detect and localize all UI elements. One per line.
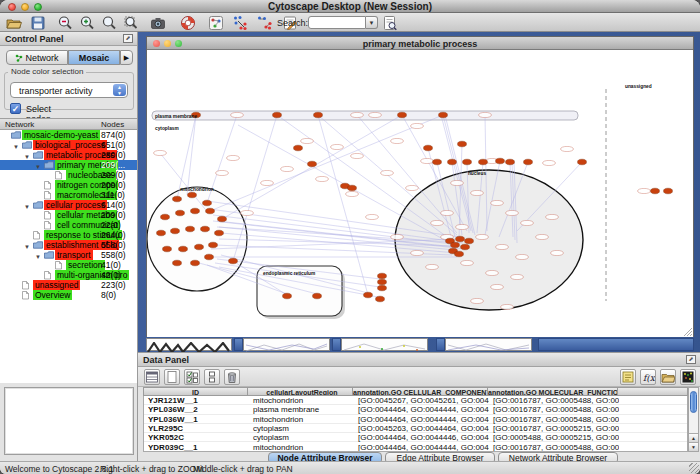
tab-mosaic[interactable]: Mosaic xyxy=(68,50,120,65)
attribute-table[interactable]: YJR121W__1mitochondrion[GO:0045267, GO:0… xyxy=(143,396,688,452)
notes-icon[interactable] xyxy=(620,369,636,385)
node-small[interactable] xyxy=(411,123,424,128)
node[interactable] xyxy=(479,159,488,165)
node[interactable] xyxy=(161,214,170,220)
tree-item-multi-organism-pro[interactable]: multi-organism pro42(0) xyxy=(0,270,137,280)
node[interactable] xyxy=(186,226,195,232)
node[interactable] xyxy=(664,188,673,194)
tree-item-biological-process[interactable]: ▼biological_process651(0) xyxy=(0,140,137,150)
node-small[interactable] xyxy=(241,210,254,215)
node[interactable] xyxy=(313,293,322,299)
background-frame-thumbnail[interactable] xyxy=(341,338,428,351)
node-small[interactable] xyxy=(471,190,484,195)
node-small[interactable] xyxy=(551,250,564,255)
node-small[interactable] xyxy=(491,284,504,289)
node-small[interactable] xyxy=(154,150,167,155)
node[interactable] xyxy=(448,159,457,165)
node-small[interactable] xyxy=(369,112,382,117)
node-small[interactable] xyxy=(227,155,240,160)
node-small[interactable] xyxy=(451,180,464,185)
node[interactable] xyxy=(433,159,442,165)
node[interactable] xyxy=(191,260,200,266)
node-small[interactable] xyxy=(431,220,444,225)
float-panel-icon[interactable]: ⬈ xyxy=(686,355,696,364)
node-small[interactable] xyxy=(316,176,329,181)
table-column-header[interactable]: _cellularLayoutRegion xyxy=(248,387,353,396)
background-frame-edge[interactable] xyxy=(436,338,445,351)
background-frame-thumbnail[interactable] xyxy=(146,338,232,351)
table-column-header[interactable]: annotation.GO CELLULAR_COMPONENT xyxy=(353,387,488,396)
node[interactable] xyxy=(157,230,166,236)
tree-item-nucleobase-[interactable]: nucleobase-209(0) xyxy=(0,170,137,180)
node[interactable] xyxy=(439,112,448,118)
node[interactable] xyxy=(203,200,212,206)
node[interactable] xyxy=(209,242,218,248)
network-canvas[interactable]: plasma membranecytoplasmmitochondrionnuc… xyxy=(147,51,693,337)
node-small[interactable] xyxy=(546,214,559,219)
table-row[interactable]: YDR039C__1mitochondrion[GO:0044464, GO:0… xyxy=(144,443,688,452)
node-small[interactable] xyxy=(331,144,344,149)
search-dropdown-icon[interactable]: ▼ xyxy=(366,16,378,29)
table-row[interactable]: YKR052Ccytoplasm[GO:0044464, GO:0044446,… xyxy=(144,433,688,442)
node-small[interactable] xyxy=(638,188,651,193)
zoom-in-icon[interactable] xyxy=(79,15,95,31)
help-lifering-icon[interactable] xyxy=(180,15,196,31)
node-small[interactable] xyxy=(216,170,229,175)
delete-attribute-icon[interactable] xyxy=(224,369,240,385)
zoom-selected-icon[interactable] xyxy=(123,15,139,31)
import-attributes-icon[interactable] xyxy=(660,369,676,385)
tree-item-cellular-process[interactable]: ▼cellular process614(0) xyxy=(0,200,137,210)
destroy-network-icon[interactable] xyxy=(256,15,272,31)
node-small[interactable] xyxy=(261,180,274,185)
node[interactable] xyxy=(496,158,505,164)
scroll-up-icon[interactable]: ▲ xyxy=(689,433,698,442)
node[interactable] xyxy=(378,279,387,285)
node-small[interactable] xyxy=(456,224,469,229)
tree-item-macromolecule[interactable]: macromolecule311(0) xyxy=(0,190,137,200)
save-icon[interactable] xyxy=(30,15,46,31)
birdseye-view-panel[interactable] xyxy=(4,387,134,455)
node-small[interactable] xyxy=(231,112,244,117)
node-small[interactable] xyxy=(486,270,499,275)
frame-resize-grip[interactable] xyxy=(690,334,692,336)
network-overview-icon[interactable] xyxy=(208,15,224,31)
node-small[interactable] xyxy=(391,234,404,239)
node[interactable] xyxy=(463,159,472,165)
tree-item-response-to-stimulu[interactable]: response to stimulu264(0) xyxy=(0,230,137,240)
node-small[interactable] xyxy=(476,234,489,239)
tree-item-unassigned[interactable]: unassigned223(0) xyxy=(0,280,137,290)
tree-item-metabolic-process[interactable]: ▼metabolic process280(0) xyxy=(0,150,137,160)
tree-item-mosaic-demo-yeast[interactable]: mosaic-demo-yeast874(0) xyxy=(0,130,137,140)
node[interactable] xyxy=(218,216,227,222)
node-small[interactable] xyxy=(521,220,534,225)
node-small[interactable] xyxy=(346,191,359,196)
node[interactable] xyxy=(201,226,210,232)
zoom-fit-icon[interactable] xyxy=(101,15,117,31)
node[interactable] xyxy=(461,244,470,250)
table-column-header[interactable]: annotation.GO MOLECULAR_FUNCTION xyxy=(488,387,618,396)
node[interactable] xyxy=(398,112,407,118)
node-small[interactable] xyxy=(391,138,404,143)
node[interactable] xyxy=(465,238,474,244)
table-scrollbar[interactable]: ▲ ▼ xyxy=(688,387,699,452)
node[interactable] xyxy=(188,192,197,198)
node[interactable] xyxy=(378,273,387,279)
node[interactable] xyxy=(191,208,200,214)
node[interactable] xyxy=(173,196,182,202)
scrollbar-thumb[interactable] xyxy=(690,391,697,413)
new-attribute-icon[interactable] xyxy=(164,369,180,385)
node-small[interactable] xyxy=(471,298,484,303)
open-file-icon[interactable] xyxy=(6,15,22,31)
node-small[interactable] xyxy=(491,200,504,205)
apply-layout-icon[interactable] xyxy=(232,15,248,31)
node-small[interactable] xyxy=(411,250,424,255)
node[interactable] xyxy=(179,246,188,252)
node-small[interactable] xyxy=(536,234,549,239)
background-frame-thumbnail[interactable] xyxy=(243,338,330,351)
tab-network[interactable]: Network xyxy=(6,50,68,65)
attribute-table-icon[interactable] xyxy=(144,369,160,385)
node[interactable] xyxy=(524,159,533,165)
background-frame-thumbnail[interactable] xyxy=(445,338,532,351)
node[interactable] xyxy=(229,258,238,264)
node[interactable] xyxy=(578,159,587,165)
